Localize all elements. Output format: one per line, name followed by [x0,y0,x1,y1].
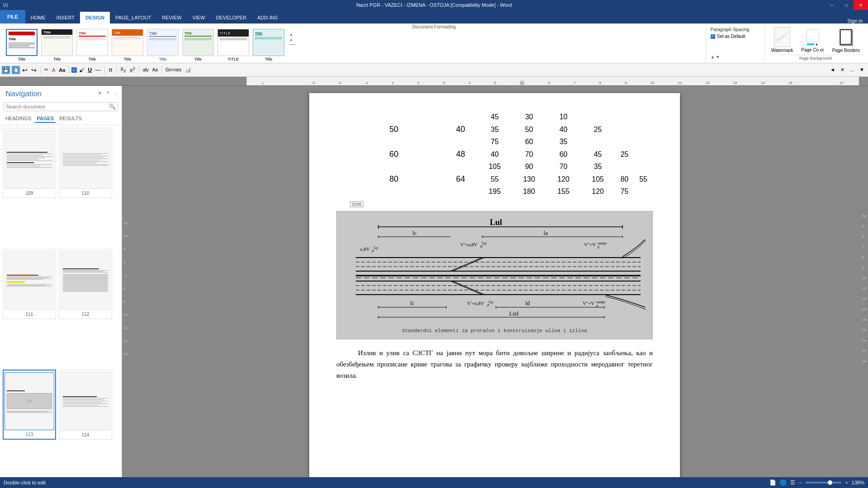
checkbox-area[interactable]: ✓ [71,67,77,73]
view-web-btn[interactable]: 🌐 [780,479,787,486]
theme-2[interactable]: Title Title [41,29,73,61]
set-as-default-btn[interactable]: Set as Default [711,34,760,39]
svg-text:o,8V: o,8V [360,246,370,252]
ruler: L -3 -2 -1 1 2 3 4 5 L 6 7 8 9 10 11 12 … [246,77,859,85]
table-row: 105 90 70 35 [336,161,653,173]
tab-review[interactable]: REVIEW [156,12,187,23]
tab-insert[interactable]: INSERT [51,12,80,23]
tab-page-layout[interactable]: PAGE_LAYOUT [110,12,156,23]
page-background-buttons: DRAFT Watermark ▼ Page Co or [769,26,863,54]
dash-btn[interactable]: — [94,67,102,73]
sep2 [69,66,69,74]
close-btn[interactable]: ✕ [854,0,868,10]
extra-btn[interactable]: 📊 [184,67,193,73]
view-print-btn[interactable]: 📄 [769,479,776,486]
zoom-out-btn[interactable]: − [799,480,802,485]
nav-tab-results[interactable]: RESULTS [57,115,84,123]
nav-tab-headings[interactable]: HEADINGS [4,115,33,123]
theme-8[interactable]: Title Title [252,29,285,61]
page-thumb-114[interactable]: 114 [59,370,112,440]
ruler-nav-space [124,77,246,85]
nav-more-btn[interactable]: ... [848,67,856,73]
svg-line-24 [451,258,482,271]
page-borders-btn[interactable]: Page Borders [830,26,863,54]
page-thumb-110[interactable]: 110 [59,128,112,198]
superscript-btn[interactable]: X2 [128,66,137,73]
watermark-btn[interactable]: DRAFT Watermark [769,26,796,54]
theme-7[interactable]: TITLE TITLE [217,29,250,61]
tab-file[interactable]: FILE [0,10,25,23]
font-size-btn[interactable]: Aa [151,67,159,72]
nav-down-btn[interactable]: ▼ [858,67,866,73]
tab-design[interactable]: DESIGN [80,12,110,23]
grid-btn[interactable]: Gri<nes [164,67,183,72]
theme-4[interactable]: Title Title [111,29,144,61]
nav-close-btn[interactable]: ✕ [96,89,104,97]
undo-btn[interactable]: ↩ [21,66,29,74]
qa-font[interactable]: A [51,67,57,73]
ruler-mark: 3 [443,81,445,85]
ribbon-right: Paragraph Spacing Set as Default ▲ ▼ DRA… [706,24,866,62]
ruler-mark: 11 [678,81,682,85]
qa-font2[interactable]: Aa [57,67,66,73]
save-btn[interactable]: 💾 [2,66,10,74]
nav-search-box[interactable]: 🔍 [4,102,118,111]
ruler-mark: 6 [548,81,550,85]
right-side-markers: 4р 5 6 7 8 9 10 11 12 13 14 15 1е 17 1е [860,86,868,488]
sep1 [40,66,41,74]
theme-6[interactable]: Title Title [182,29,214,61]
double-click-label[interactable]: Double-click to edit [4,480,46,485]
nav-pin-btn[interactable]: ✕ [104,89,112,97]
page-thumb-109[interactable]: 109 [3,128,56,198]
nav-search-input[interactable] [6,104,109,109]
table-row: 80 64 55 130 120 105 80 55 [336,173,653,186]
nav-prev-btn[interactable]: ◄ [828,67,837,73]
qa-format[interactable]: 🖌 [78,67,85,73]
ruler-mark: 7 [574,81,576,85]
page-thumb-111[interactable]: 111 [3,249,56,319]
tab-view[interactable]: VIEW [187,12,211,23]
theme-1[interactable]: Title Title [5,29,38,61]
sign-in-btn[interactable]: Sign in [842,18,868,23]
view-outline-btn[interactable]: ☰ [790,479,795,486]
zoom-level: 138% [852,480,864,485]
theme-3[interactable]: Title Title [76,29,108,61]
redo-btn[interactable]: ↪ [30,66,38,74]
pi-btn[interactable]: π [107,66,114,73]
table-row: 45 30 10 [336,111,653,123]
doc-formatting-label: Document Formatting [410,24,458,29]
paste-ctrl-indicator[interactable]: (Ctrl) [350,201,653,207]
nav-tab-pages[interactable]: PAGES [35,115,56,123]
main-area: Navigation ✕ ✕ ... 🔍 HEADINGS PAGES RESU… [0,86,868,488]
subscript-btn[interactable]: X2 [119,66,127,73]
ruler-mark: 15 [788,81,793,85]
document-area[interactable]: 45 30 10 50 40 35 50 40 25 [129,86,860,488]
tab-home[interactable]: HOME [25,12,51,23]
qa-cut[interactable]: ✂ [43,67,50,73]
zoom-in-btn[interactable]: + [845,480,848,485]
underline-btn[interactable]: U [86,67,93,73]
table-row: 195 180 155 120 75 [336,186,653,197]
ruler-mark: -1 [365,81,368,85]
nav-next-btn[interactable]: ✕ [839,67,846,73]
page-thumb-113[interactable]: ⌂⌂⌂ 113 [3,370,56,440]
svg-text:P: P [372,249,374,253]
tab-developer[interactable]: DEVELOPER [211,12,252,23]
nav-arrows: ◄ ✕ ... ▼ [828,67,866,73]
tab-addins[interactable]: ADD-INS [252,12,283,23]
svg-text:V''=V: V''=V [584,242,596,247]
nav-more-btn2[interactable]: ... [113,89,120,97]
ruler-mark: 14 [761,81,765,85]
window-controls: ─ □ ✕ [825,0,868,10]
svg-line-33 [453,281,485,295]
spell-btn[interactable]: aly [142,67,150,72]
zoom-slider[interactable] [805,482,841,483]
theme-5[interactable]: Title Title [146,29,179,61]
svg-text:V'=o,8V: V'=o,8V [460,242,477,247]
page-thumb-112[interactable]: 112 [59,249,112,319]
minimize-btn[interactable]: ─ [825,0,839,10]
themes-more-btn[interactable]: ▲ ▼ [288,29,297,48]
page-color-btn[interactable]: ▼ Page Co or [798,27,827,53]
restore-btn[interactable]: □ [839,0,854,10]
qa-2[interactable]: 📋 [12,66,20,74]
